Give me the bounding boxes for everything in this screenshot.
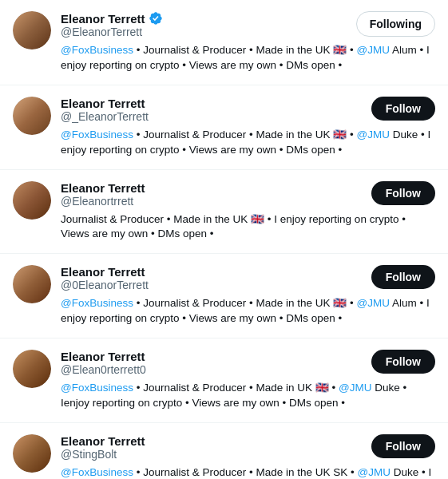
follow-button[interactable]: Follow — [371, 181, 435, 205]
card-body: Eleanor Terrett @Elean0rterrett0 Follow … — [61, 350, 435, 411]
display-name: Eleanor Terrett — [61, 434, 145, 448]
avatar — [13, 434, 51, 473]
bio: @FoxBusiness • Journalist & Producer • M… — [61, 381, 435, 411]
avatar — [13, 11, 51, 49]
card-body: Eleanor Terrett @Eleanortrrett Follow Jo… — [61, 181, 435, 243]
bio: @FoxBusiness • Journalist & Producer • M… — [61, 43, 435, 73]
bio-mention[interactable]: @JMU — [357, 297, 390, 309]
name-area: Eleanor Terrett — [61, 350, 365, 363]
card-top: Eleanor Terrett @Elean0rterrett0 Follow — [61, 350, 435, 379]
profile-card: Eleanor Terrett @_EleanorTerrett Follow … — [0, 85, 448, 170]
handle: @_EleanorTerrett — [61, 110, 365, 123]
profile-card: Eleanor Terrett @EleanorTerrett Followin… — [0, 0, 448, 85]
display-name: Eleanor Terrett — [61, 97, 145, 110]
display-name: Eleanor Terrett — [61, 265, 145, 279]
card-body: Eleanor Terrett @_EleanorTerrett Follow … — [61, 97, 435, 158]
handle: @Elean0rterrett0 — [61, 363, 365, 376]
name-handle-block: Eleanor Terrett @StingBolt — [61, 434, 365, 464]
card-body: Eleanor Terrett @EleanorTerrett Followin… — [61, 11, 435, 73]
bio-mention[interactable]: @JMU — [357, 129, 390, 141]
bio: @FoxBusiness • Journalist & Producer • M… — [61, 128, 435, 158]
bio-mention[interactable]: @FoxBusiness — [61, 297, 133, 309]
name-area: Eleanor Terrett — [61, 181, 365, 195]
name-handle-block: Eleanor Terrett @EleanorTerrett — [61, 11, 350, 42]
bio-mention[interactable]: @JMU — [358, 466, 391, 478]
display-name: Eleanor Terrett — [61, 12, 145, 26]
verified-icon — [149, 11, 163, 26]
name-handle-block: Eleanor Terrett @Elean0rterrett0 — [61, 350, 365, 379]
display-name: Eleanor Terrett — [61, 181, 145, 195]
card-body: Eleanor Terrett @0EleanorTerrett Follow … — [61, 265, 435, 327]
follow-button[interactable]: Follow — [371, 350, 435, 374]
profile-card: Eleanor Terrett @0EleanorTerrett Follow … — [0, 254, 448, 338]
card-top: Eleanor Terrett @_EleanorTerrett Follow — [61, 97, 435, 126]
name-area: Eleanor Terrett — [61, 434, 365, 448]
bio: Journalist & Producer • Made in the UK 🇬… — [61, 212, 435, 243]
bio: @FoxBusiness • Journalist & Producer • M… — [61, 465, 435, 479]
profile-card: Eleanor Terrett @StingBolt Follow @FoxBu… — [0, 423, 448, 479]
card-top: Eleanor Terrett @Eleanortrrett Follow — [61, 181, 435, 211]
display-name: Eleanor Terrett — [61, 350, 145, 363]
following-button[interactable]: Following — [356, 11, 435, 37]
card-top: Eleanor Terrett @EleanorTerrett Followin… — [61, 11, 435, 42]
profile-card: Eleanor Terrett @Eleanortrrett Follow Jo… — [0, 170, 448, 255]
bio-mention[interactable]: @FoxBusiness — [61, 44, 133, 56]
profile-card: Eleanor Terrett @Elean0rterrett0 Follow … — [0, 338, 448, 423]
name-area: Eleanor Terrett — [61, 11, 350, 26]
follow-button[interactable]: Follow — [371, 265, 435, 289]
bio-mention[interactable]: @JMU — [357, 44, 390, 56]
bio-mention[interactable]: @JMU — [339, 382, 371, 394]
name-handle-block: Eleanor Terrett @0EleanorTerrett — [61, 265, 365, 295]
name-handle-block: Eleanor Terrett @Eleanortrrett — [61, 181, 365, 211]
avatar — [13, 265, 51, 303]
follow-button[interactable]: Follow — [371, 434, 435, 458]
name-handle-block: Eleanor Terrett @_EleanorTerrett — [61, 97, 365, 126]
handle: @StingBolt — [61, 448, 365, 461]
avatar — [13, 97, 51, 135]
card-top: Eleanor Terrett @StingBolt Follow — [61, 434, 435, 464]
card-body: Eleanor Terrett @StingBolt Follow @FoxBu… — [61, 434, 435, 479]
card-top: Eleanor Terrett @0EleanorTerrett Follow — [61, 265, 435, 295]
handle: @Eleanortrrett — [61, 195, 365, 208]
avatar — [13, 350, 51, 388]
bio-mention[interactable]: @FoxBusiness — [61, 382, 133, 394]
handle: @0EleanorTerrett — [61, 279, 365, 291]
name-area: Eleanor Terrett — [61, 97, 365, 110]
name-area: Eleanor Terrett — [61, 265, 365, 279]
follow-button[interactable]: Follow — [371, 97, 435, 121]
handle: @EleanorTerrett — [61, 26, 350, 38]
bio-mention[interactable]: @FoxBusiness — [61, 466, 133, 478]
bio-mention[interactable]: @FoxBusiness — [61, 129, 133, 141]
avatar — [13, 181, 51, 220]
bio: @FoxBusiness • Journalist & Producer • M… — [61, 296, 435, 327]
